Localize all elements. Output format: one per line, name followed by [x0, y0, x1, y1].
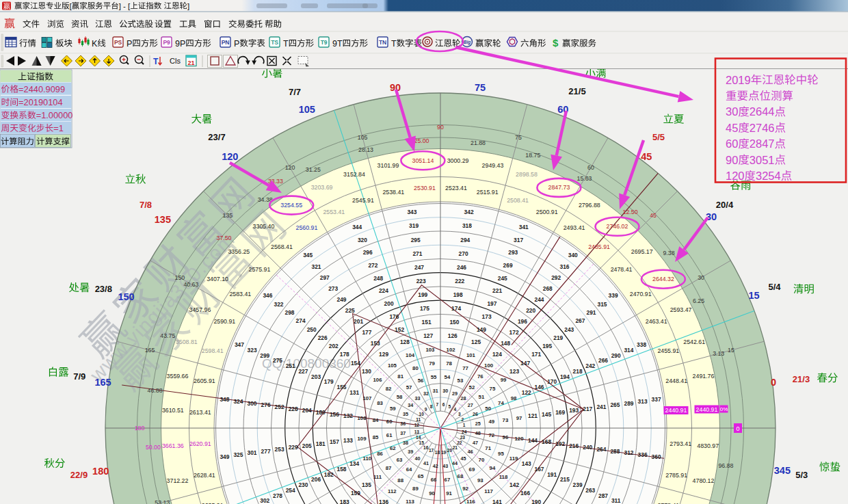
svg-text:83: 83 [377, 400, 383, 406]
svg-text:81: 81 [397, 373, 403, 380]
svg-text:5/5: 5/5 [652, 132, 665, 142]
svg-text:276: 276 [261, 401, 271, 408]
svg-text:112: 112 [388, 488, 397, 494]
svg-text:201: 201 [354, 318, 363, 325]
svg-text:71: 71 [485, 445, 491, 451]
svg-text:315: 315 [598, 301, 607, 308]
svg-text:T: T [391, 39, 397, 49]
svg-text:2: 2 [461, 417, 464, 422]
svg-text:61: 61 [386, 432, 393, 438]
svg-text:5/3: 5/3 [795, 470, 808, 480]
svg-text:120: 120 [726, 170, 745, 182]
svg-text:2448.41: 2448.41 [665, 377, 687, 384]
svg-text:46: 46 [468, 449, 473, 455]
svg-text:272: 272 [368, 262, 377, 269]
svg-text:4830.97: 4830.97 [697, 442, 719, 449]
svg-text:242: 242 [585, 362, 595, 369]
svg-text:60: 60 [587, 164, 594, 171]
svg-text:53.13: 53.13 [155, 499, 170, 504]
svg-text:360: 360 [652, 453, 661, 460]
svg-text:292: 292 [551, 274, 561, 281]
svg-text:100: 100 [484, 362, 494, 369]
svg-text:190: 190 [531, 499, 541, 504]
svg-text:172: 172 [509, 329, 519, 336]
svg-text:102: 102 [447, 347, 456, 353]
svg-text:173: 173 [482, 313, 492, 320]
svg-text:288: 288 [610, 448, 620, 455]
svg-text:198: 198 [453, 291, 463, 298]
svg-text:5/4: 5/4 [768, 282, 781, 292]
svg-text:195: 195 [542, 343, 552, 349]
svg-text:97: 97 [516, 415, 522, 421]
svg-text:75: 75 [490, 386, 496, 392]
svg-text:68: 68 [458, 473, 464, 479]
svg-text:70: 70 [479, 457, 485, 463]
svg-text:289: 289 [624, 400, 634, 407]
svg-text:181: 181 [316, 440, 326, 447]
svg-text:12.50: 12.50 [623, 209, 638, 215]
svg-text:48: 48 [475, 430, 481, 436]
svg-text:3661.36: 3661.36 [162, 442, 184, 449]
svg-text:79: 79 [429, 360, 435, 367]
svg-text:3356.25: 3356.25 [228, 248, 250, 255]
svg-text:131: 131 [349, 389, 359, 396]
svg-text:346: 346 [263, 292, 272, 299]
svg-text:124: 124 [492, 351, 502, 358]
svg-text:180: 180 [316, 409, 326, 416]
svg-text:103: 103 [425, 347, 435, 353]
svg-text:11: 11 [416, 417, 421, 422]
svg-text:4: 4 [453, 407, 456, 412]
svg-text:95: 95 [498, 451, 504, 457]
svg-text:299: 299 [260, 352, 269, 359]
svg-text:25: 25 [475, 421, 481, 427]
svg-text:2491.76: 2491.76 [693, 373, 715, 380]
svg-text:T9: T9 [321, 39, 328, 46]
svg-text:293: 293 [508, 249, 518, 256]
svg-text:243: 243 [564, 326, 574, 333]
svg-text:56: 56 [418, 377, 424, 384]
svg-text:183: 183 [340, 499, 349, 504]
svg-text:176: 176 [389, 313, 399, 320]
svg-text:244: 244 [535, 296, 544, 303]
svg-text:84: 84 [373, 417, 379, 423]
svg-text:275: 275 [273, 357, 282, 364]
svg-text:65: 65 [418, 473, 424, 479]
svg-text:89: 89 [412, 486, 419, 492]
svg-text:165: 165 [145, 347, 155, 354]
svg-text:321: 321 [312, 263, 321, 270]
svg-text:221: 221 [492, 287, 502, 294]
svg-text:=1: =1 [53, 123, 64, 133]
svg-text:1: 1 [463, 423, 466, 427]
svg-text:15.63: 15.63 [577, 175, 592, 182]
svg-text:13: 13 [414, 429, 420, 434]
svg-text:41: 41 [423, 460, 429, 466]
svg-text:339: 339 [609, 292, 618, 299]
svg-text:266: 266 [598, 357, 608, 364]
svg-text:3000.29: 3000.29 [447, 157, 469, 164]
svg-text:274: 274 [296, 317, 306, 324]
svg-text:147: 147 [520, 360, 530, 367]
svg-text:75: 75 [515, 134, 522, 141]
svg-text:134: 134 [349, 460, 359, 467]
svg-text:T: T [283, 39, 289, 49]
svg-text:3051: 3051 [750, 154, 775, 166]
svg-text:205: 205 [302, 442, 312, 449]
svg-text:218: 218 [573, 368, 583, 375]
svg-text:290: 290 [611, 352, 621, 359]
svg-text:43: 43 [442, 463, 448, 469]
svg-text:150: 150 [118, 291, 134, 302]
svg-text:107: 107 [362, 395, 371, 401]
svg-text:2644: 2644 [750, 105, 775, 118]
svg-text:263: 263 [585, 487, 595, 494]
svg-text:2598.41: 2598.41 [202, 347, 224, 354]
svg-text:Big: Big [464, 40, 471, 45]
svg-text:317: 317 [514, 237, 523, 243]
svg-text:2478.41: 2478.41 [611, 266, 633, 273]
svg-text:3559.66: 3559.66 [167, 373, 189, 380]
svg-text:225: 225 [345, 307, 355, 314]
svg-text:273: 273 [328, 285, 338, 292]
svg-text:197: 197 [487, 300, 496, 307]
svg-text:312: 312 [624, 449, 634, 456]
svg-text:150: 150 [175, 274, 185, 281]
svg-text:251: 251 [286, 362, 295, 369]
